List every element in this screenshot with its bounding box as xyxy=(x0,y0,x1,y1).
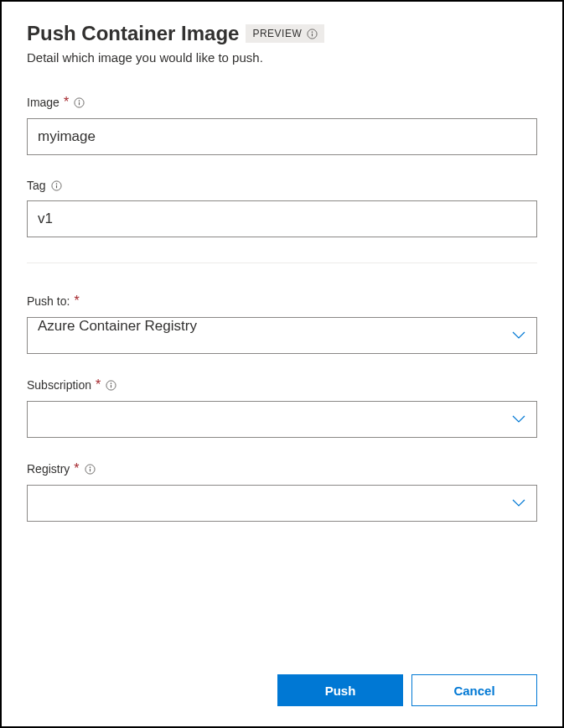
page-subtitle: Detail which image you would like to pus… xyxy=(27,50,537,65)
preview-badge: PREVIEW xyxy=(246,24,324,43)
tag-input[interactable] xyxy=(27,200,537,237)
push-to-field-group: Push to:* Azure Container Registry xyxy=(27,294,537,354)
svg-point-1 xyxy=(312,31,313,32)
push-to-select[interactable]: Azure Container Registry xyxy=(27,317,537,354)
registry-label: Registry xyxy=(27,462,70,476)
image-input[interactable] xyxy=(27,118,537,155)
required-indicator: * xyxy=(74,294,79,309)
push-button[interactable]: Push xyxy=(277,674,403,706)
cancel-button[interactable]: Cancel xyxy=(411,674,537,706)
image-label: Image xyxy=(27,96,60,109)
image-field-group: Image* xyxy=(27,95,537,155)
registry-select[interactable] xyxy=(27,485,537,522)
subscription-label: Subscription xyxy=(27,378,91,392)
info-icon[interactable] xyxy=(74,97,85,108)
svg-point-10 xyxy=(111,382,111,383)
info-icon xyxy=(307,29,318,39)
svg-point-7 xyxy=(56,183,57,184)
svg-point-13 xyxy=(90,466,91,467)
svg-point-4 xyxy=(79,100,80,101)
dialog-header: Push Container Image PREVIEW xyxy=(27,22,537,45)
section-divider xyxy=(27,263,537,263)
preview-badge-text: PREVIEW xyxy=(252,28,302,39)
subscription-select[interactable] xyxy=(27,401,537,438)
page-title: Push Container Image xyxy=(27,22,239,45)
info-icon[interactable] xyxy=(106,380,116,391)
tag-field-group: Tag xyxy=(27,179,537,237)
info-icon[interactable] xyxy=(85,464,96,475)
required-indicator: * xyxy=(64,95,69,110)
tag-label: Tag xyxy=(27,179,46,192)
subscription-field-group: Subscription* xyxy=(27,377,537,438)
action-buttons: Push Cancel xyxy=(277,674,537,706)
required-indicator: * xyxy=(96,377,101,393)
registry-field-group: Registry* xyxy=(27,461,537,522)
info-icon[interactable] xyxy=(51,180,62,191)
required-indicator: * xyxy=(74,461,79,476)
push-to-label: Push to: xyxy=(27,294,70,308)
